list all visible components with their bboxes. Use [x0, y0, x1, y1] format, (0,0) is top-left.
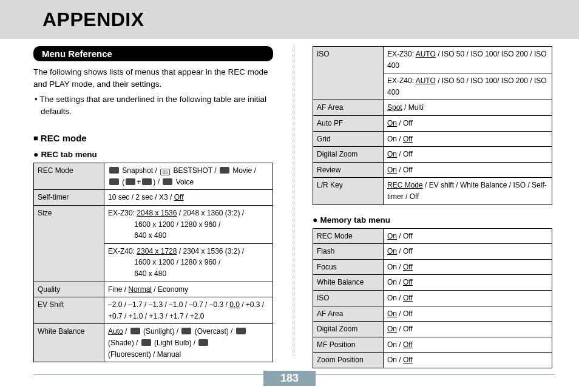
table-row: Digital ZoomOn / Off	[313, 322, 552, 337]
table-row: Size EX-Z30: 2048 x 1536 / 2048 x 1360 (…	[34, 206, 273, 244]
cell-value: REC Mode / EV shift / White Balance / IS…	[384, 178, 552, 204]
table-row: Review On / Off	[313, 162, 552, 178]
movie-icon	[220, 167, 229, 174]
cell-label: ISO	[313, 290, 384, 306]
table-row: REC ModeOn / Off	[313, 228, 552, 244]
title-bar: APPENDIX	[0, 0, 579, 39]
table-row: ISO EX-Z30: AUTO / ISO 50 / ISO 100/ ISO…	[313, 47, 552, 73]
cell-value: On / Off	[384, 115, 552, 131]
cell-value: Fine / Normal / Economy	[104, 282, 273, 297]
cell-label: L/R Key	[313, 178, 384, 204]
table-row: Digital Zoom On / Off	[313, 147, 552, 163]
cell-value: On / Off	[384, 244, 552, 260]
cell-label: Focus	[313, 259, 384, 275]
page-number: 183	[280, 372, 299, 385]
cell-value: On / Off	[384, 290, 552, 306]
mic-small-icon	[142, 178, 152, 185]
cell-label: EV Shift	[34, 297, 104, 324]
cell-label: Digital Zoom	[313, 147, 384, 163]
cell-label: Auto PF	[313, 115, 384, 131]
sunlight-icon	[130, 328, 140, 334]
cell-label: Zoom Position	[313, 353, 384, 368]
cell-value: On / Off	[384, 131, 552, 147]
rec-tab-table-cont: ISO EX-Z30: AUTO / ISO 50 / ISO 100/ ISO…	[313, 46, 552, 205]
dot-bullet-icon: ●	[33, 149, 38, 159]
rec-tab-table: REC Mode Snapshot / BS BESTSHOT / Movie …	[33, 163, 273, 362]
table-row: Quality Fine / Normal / Economy	[34, 282, 273, 297]
table-row: White Balance Auto / (Sunlight) / (Overc…	[34, 324, 273, 362]
section-heading-pill: Menu Reference	[33, 46, 273, 61]
combo-icon	[109, 178, 119, 185]
cell-value: 10 sec / 2 sec / X3 / Off	[104, 190, 273, 206]
right-column: ISO EX-Z30: AUTO / ISO 50 / ISO 100/ ISO…	[294, 46, 555, 368]
memory-tab-heading: ●Memory tab menu	[313, 215, 555, 225]
left-column: Menu Reference The following shows lists…	[33, 46, 294, 368]
cell-value: On / Off	[384, 228, 552, 244]
cell-value: Snapshot / BS BESTSHOT / Movie / (+) / V…	[104, 163, 273, 190]
table-row: Zoom PositionOn / Off	[313, 353, 552, 368]
page-title: APPENDIX	[42, 8, 144, 31]
table-row: Auto PF On / Off	[313, 115, 552, 131]
table-row: REC Mode Snapshot / BS BESTSHOT / Movie …	[34, 163, 273, 190]
rec-tab-heading: ●REC tab menu	[33, 149, 276, 159]
cell-label: Self-timer	[34, 190, 104, 206]
intro-text: The following shows lists of menus that …	[33, 66, 276, 90]
voice-icon	[163, 178, 172, 185]
cell-label: Digital Zoom	[313, 322, 384, 337]
memory-tab-table: REC ModeOn / Off FlashOn / Off FocusOn /…	[313, 228, 552, 368]
bullet-note: • The settings that are underlined in th…	[33, 93, 276, 117]
cell-label: Grid	[313, 131, 384, 147]
cell-value: On / Off	[384, 147, 552, 163]
table-row: EV Shift –2.0 / –1.7 / –1.3 / –1.0 / –0.…	[34, 297, 273, 324]
table-row: FlashOn / Off	[313, 244, 552, 260]
cell-value: On / Off	[384, 162, 552, 178]
cell-value: On / Off	[384, 337, 552, 353]
cell-label: AF Area	[313, 100, 384, 116]
table-row: AF Area Spot / Multi	[313, 100, 552, 116]
overcast-icon	[181, 328, 191, 334]
table-row: ISOOn / Off	[313, 290, 552, 306]
bestshot-icon: BS	[160, 169, 170, 175]
snapshot-icon	[109, 167, 119, 174]
rec-mode-heading: ■REC mode	[33, 133, 276, 143]
snap-small-icon	[126, 178, 135, 185]
cell-value: EX-Z30: 2048 x 1536 / 2048 x 1360 (3:2) …	[104, 206, 273, 244]
table-row: Self-timer 10 sec / 2 sec / X3 / Off	[34, 190, 273, 206]
cell-label: AF Area	[313, 306, 384, 322]
cell-value: On / Off	[384, 353, 552, 368]
cell-label: REC Mode	[34, 163, 104, 190]
cell-label: White Balance	[313, 275, 384, 291]
cell-label: REC Mode	[313, 228, 384, 244]
cell-value: EX-Z40: 2304 x 1728 / 2304 x 1536 (3:2) …	[104, 243, 273, 282]
square-bullet-icon: ■	[33, 133, 38, 143]
fluorescent-icon	[198, 339, 208, 346]
cell-value: EX-Z30: AUTO / ISO 50 / ISO 100/ ISO 200…	[384, 47, 552, 73]
cell-label: Flash	[313, 244, 384, 260]
cell-value: Spot / Multi	[384, 100, 552, 116]
page-number-box: 183	[263, 371, 316, 386]
shade-icon	[236, 328, 246, 334]
dot-bullet-icon: ●	[313, 215, 317, 225]
cell-label: ISO	[313, 47, 384, 100]
table-row: Grid On / Off	[313, 131, 552, 147]
cell-value: On / Off	[384, 306, 552, 322]
cell-value: EX-Z40: AUTO / ISO 50 / ISO 100/ ISO 200…	[384, 73, 552, 100]
table-row: AF AreaOn / Off	[313, 306, 552, 322]
cell-value: On / Off	[384, 259, 552, 275]
cell-label: MF Position	[313, 337, 384, 353]
cell-value: On / Off	[384, 322, 552, 337]
cell-label: Size	[34, 206, 104, 282]
lightbulb-icon	[141, 339, 151, 346]
cell-value: –2.0 / –1.7 / –1.3 / –1.0 / –0.7 / –0.3 …	[104, 297, 273, 324]
table-row: L/R Key REC Mode / EV shift / White Bala…	[313, 178, 552, 204]
cell-label: White Balance	[34, 324, 104, 362]
table-row: White BalanceOn / Off	[313, 275, 552, 291]
table-row: FocusOn / Off	[313, 259, 552, 275]
table-row: MF PositionOn / Off	[313, 337, 552, 353]
cell-value: On / Off	[384, 275, 552, 291]
cell-value: Auto / (Sunlight) / (Overcast) / (Shade)…	[104, 324, 273, 362]
cell-label: Quality	[34, 282, 104, 297]
cell-label: Review	[313, 162, 384, 178]
content-area: Menu Reference The following shows lists…	[0, 39, 579, 368]
